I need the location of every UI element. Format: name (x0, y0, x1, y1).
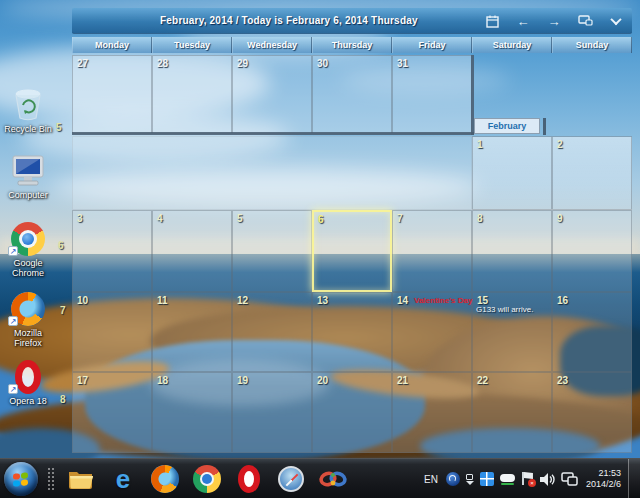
taskbar-opera-button[interactable] (228, 461, 270, 497)
day-cell[interactable]: 10 (72, 292, 152, 372)
desktop-calendar-widget: February, 2014 / Today is February 6, 20… (72, 0, 632, 458)
show-desktop-button[interactable] (628, 459, 640, 498)
chevron-down-icon[interactable] (608, 13, 624, 29)
desktop-icon-mozilla-firefox[interactable]: ↗ Mozilla Firefox (2, 288, 54, 348)
calendar-icon[interactable] (484, 13, 500, 29)
day-number: 1 (473, 137, 551, 150)
language-indicator[interactable]: EN (424, 474, 438, 485)
day-cell[interactable]: 28 (152, 55, 232, 134)
day-cell[interactable]: 17 (72, 372, 152, 453)
action-center-flag-icon[interactable]: × (521, 472, 534, 486)
explorer-folder-icon (67, 467, 95, 491)
day-cell[interactable]: 9 (552, 210, 632, 292)
day-header: Monday (72, 37, 152, 53)
desktop-icon-label: Computer (2, 190, 54, 200)
tray-app-blue-circle-icon[interactable] (446, 472, 460, 486)
calendar-week-row: 1 2 (72, 136, 632, 210)
day-cell[interactable]: 1 (472, 136, 552, 210)
desktop-icon-label: Opera 18 (2, 396, 54, 406)
show-hidden-icons-button[interactable] (466, 474, 474, 485)
day-number: 16 (553, 293, 631, 306)
taskbar-infinity-app-button[interactable] (312, 461, 354, 497)
tray-calendar-grid-icon[interactable] (480, 472, 494, 486)
calendar-titlebar[interactable]: February, 2014 / Today is February 6, 20… (72, 8, 632, 34)
day-cell[interactable]: 19 (232, 372, 312, 453)
infinity-colored-icon (318, 469, 348, 489)
day-number: 23 (553, 373, 631, 386)
firefox-icon (151, 465, 179, 493)
desktop-icon-label: Recycle Bin (2, 124, 54, 134)
shortcut-arrow-badge: ↗ (8, 246, 18, 256)
day-cell[interactable]: 27 (72, 55, 152, 134)
taskbar-internet-explorer-button[interactable]: e (102, 461, 144, 497)
calendar-week-row: 3 4 5 6 7 8 9 (72, 210, 632, 292)
day-number: 3 (73, 211, 151, 224)
day-cell[interactable]: 15 (472, 292, 552, 372)
desktop-icon-computer[interactable]: Computer (2, 150, 54, 200)
day-cell[interactable]: 31 (392, 55, 472, 134)
desktop-icon-recycle-bin[interactable]: Recycle Bin (2, 84, 54, 134)
taskbar-safari-button[interactable] (270, 461, 312, 497)
day-cell[interactable]: 11 (152, 292, 232, 372)
day-cell[interactable]: 20 (312, 372, 392, 453)
day-number: 18 (153, 373, 231, 386)
day-number: 6 (314, 212, 390, 225)
day-number: 2 (553, 137, 631, 150)
taskbar-chrome-button[interactable] (186, 461, 228, 497)
day-cell[interactable]: 16 (552, 292, 632, 372)
day-cell[interactable]: 29 (232, 55, 312, 134)
day-header: Sunday (552, 37, 632, 53)
day-number: 21 (393, 373, 471, 386)
empty-cell (552, 55, 632, 134)
day-header: Tuesday (152, 37, 232, 53)
windows-logo-icon (13, 472, 29, 487)
internet-explorer-icon: e (116, 466, 130, 492)
tray-cloud-security-icon[interactable] (500, 473, 515, 485)
error-x-badge: × (528, 479, 536, 487)
taskbar-explorer-button[interactable] (60, 461, 102, 497)
day-cell[interactable]: 2 (552, 136, 632, 210)
start-button[interactable] (4, 462, 38, 496)
day-cell[interactable]: 5 (232, 210, 312, 292)
empty-week-area (72, 136, 472, 210)
tray-clock[interactable]: 21:53 2014/2/6 (586, 468, 621, 490)
display-connect-icon[interactable] (561, 472, 578, 486)
day-header: Friday (392, 37, 472, 53)
day-cell[interactable]: 18 (152, 372, 232, 453)
day-cell[interactable]: 23 (552, 372, 632, 453)
day-number: 13 (313, 293, 391, 306)
day-header-row: Monday Tuesday Wednesday Thursday Friday… (72, 37, 632, 53)
desktop-icon-google-chrome[interactable]: ↗ Google Chrome (2, 218, 54, 278)
day-header: Wednesday (232, 37, 312, 53)
taskbar-firefox-button[interactable] (144, 461, 186, 497)
taskbar: e (0, 458, 640, 498)
volume-icon[interactable] (540, 473, 555, 486)
day-number: 7 (393, 211, 471, 224)
day-cell[interactable]: 12 (232, 292, 312, 372)
day-number: 5 (233, 211, 311, 224)
day-number: 4 (153, 211, 231, 224)
day-cell[interactable]: 21 (392, 372, 472, 453)
next-month-arrow-icon[interactable]: → (546, 13, 562, 29)
month-separator-tick (543, 118, 546, 135)
day-number: 11 (153, 293, 231, 306)
prev-month-arrow-icon[interactable]: ← (515, 13, 531, 29)
day-cell[interactable]: 8 (472, 210, 552, 292)
day-cell[interactable]: 3 (72, 210, 152, 292)
day-cell[interactable]: 7 (392, 210, 472, 292)
day-cell[interactable]: 13 (312, 292, 392, 372)
chevron-down-icon (466, 481, 474, 485)
display-settings-icon[interactable] (577, 13, 593, 29)
computer-icon (10, 154, 46, 188)
today-cell[interactable]: 6 (312, 210, 392, 292)
desktop-icon-label: Google Chrome (2, 258, 54, 278)
day-cell[interactable]: 4 (152, 210, 232, 292)
clock-date: 2014/2/6 (586, 479, 621, 490)
day-cell[interactable]: 22 (472, 372, 552, 453)
week-number: 7 (60, 305, 66, 316)
desktop-icon-label: Mozilla Firefox (2, 328, 54, 348)
day-cell[interactable]: 30 (312, 55, 392, 134)
chrome-icon (193, 465, 221, 493)
desktop-icon-opera-18[interactable]: ↗ Opera 18 (2, 356, 54, 406)
system-tray: EN × (419, 459, 640, 498)
